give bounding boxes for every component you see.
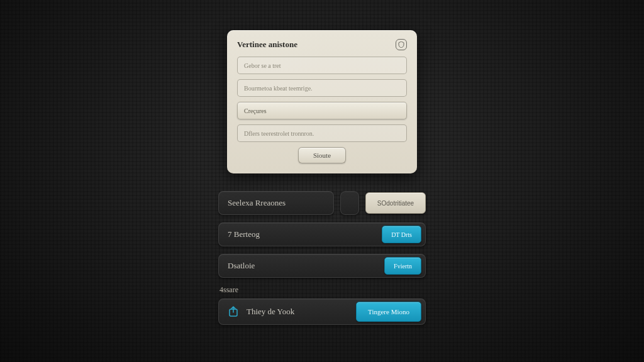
field-3[interactable]: Creçures [237, 102, 407, 119]
shield-icon [396, 39, 407, 50]
row-3-button[interactable]: Fviertn [384, 257, 421, 275]
export-icon [228, 305, 240, 318]
row-2: 7 Berteog DT Drts [218, 222, 426, 246]
row-3: Dsatloie Fviertn [218, 254, 426, 278]
row-4: Thiey de Yook Tingere Miono [218, 299, 426, 325]
row-4-label: Thiey de Yook [247, 307, 294, 317]
row-2-label: 7 Berteog [228, 229, 260, 239]
row-stack: Seelexa Rreaones SOdotritiatee 7 Berteog… [218, 191, 426, 332]
row-3-pill[interactable]: Dsatloie Fviertn [218, 254, 426, 278]
row-2-pill[interactable]: 7 Berteog DT Drts [218, 222, 426, 246]
row-1-button[interactable]: SOdotritiatee [365, 192, 426, 214]
field-2[interactable]: Bourmetoa kbeat teemrige. [237, 79, 407, 97]
row-1-label-pill[interactable]: Seelexa Rreaones [218, 191, 334, 215]
form-card: Vertinee anistone Gebor se a tret Bourme… [227, 30, 417, 173]
submit-button[interactable]: Sioute [298, 147, 346, 163]
card-title: Vertinee anistone [237, 40, 297, 50]
row-3-label: Dsatloie [228, 261, 255, 271]
row-4-pill[interactable]: Thiey de Yook Tingere Miono [218, 299, 426, 325]
row-2-button[interactable]: DT Drts [382, 226, 421, 243]
row-4-button[interactable]: Tingere Miono [356, 302, 421, 322]
field-4[interactable]: Dflers teerestrolet tronnron. [237, 124, 407, 142]
section-label: 4ssare [219, 285, 426, 295]
row-1-spacer [340, 191, 359, 215]
row-1: Seelexa Rreaones SOdotritiatee [218, 191, 426, 215]
card-header: Vertinee anistone [237, 39, 407, 50]
row-1-label: Seelexa Rreaones [228, 198, 286, 208]
field-1[interactable]: Gebor se a tret [237, 57, 407, 74]
